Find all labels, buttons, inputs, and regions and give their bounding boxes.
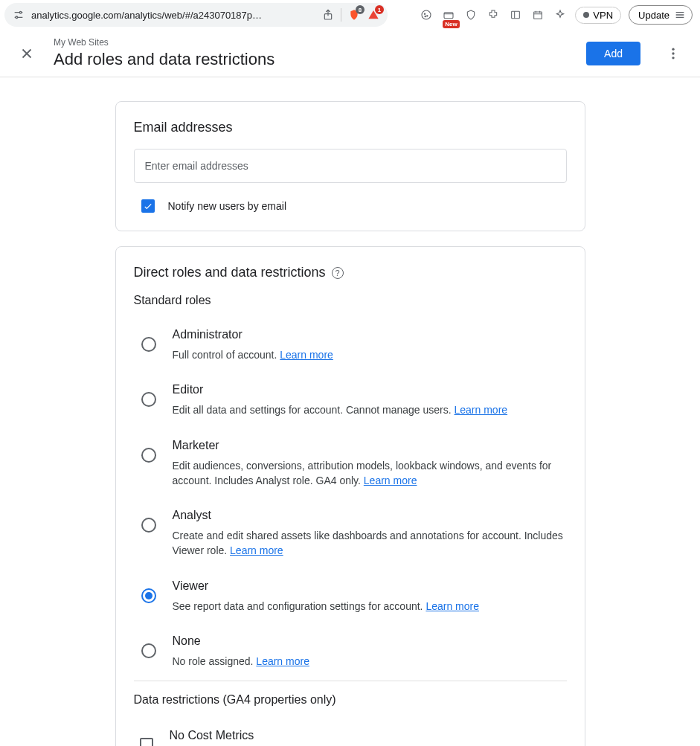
- update-button[interactable]: Update: [629, 5, 693, 25]
- add-button[interactable]: Add: [586, 42, 640, 65]
- role-radio[interactable]: [141, 643, 156, 658]
- role-title: Viewer: [173, 579, 567, 593]
- role-radio[interactable]: [141, 448, 156, 463]
- learn-more-link[interactable]: Learn more: [426, 600, 479, 612]
- role-radio[interactable]: [141, 392, 156, 407]
- svg-point-5: [427, 16, 428, 16]
- update-label: Update: [638, 10, 670, 21]
- notify-checkbox[interactable]: [141, 199, 155, 213]
- restriction-checkbox[interactable]: [140, 738, 153, 746]
- role-radio[interactable]: [141, 518, 156, 533]
- svg-point-1: [16, 16, 18, 19]
- content-area: Email addresses Notify new users by emai…: [0, 77, 700, 746]
- alert-count-badge: 1: [375, 5, 384, 14]
- page-title: Add roles and data restrictions: [54, 49, 574, 70]
- svg-point-11: [672, 48, 674, 50]
- role-row-analyst[interactable]: AnalystCreate and edit shared assets lik…: [134, 500, 567, 570]
- address-bar[interactable]: analytics.google.com/analytics/web/#/a24…: [4, 3, 388, 27]
- cookie-icon[interactable]: [419, 7, 434, 22]
- close-button[interactable]: [12, 39, 42, 68]
- restrictions-list: No Cost MetricsNo access to cost-related…: [134, 718, 567, 746]
- roles-list: AdministratorFull control of account. Le…: [134, 319, 567, 681]
- email-card: Email addresses Notify new users by emai…: [115, 101, 585, 231]
- role-description: No role assigned. Learn more: [173, 654, 567, 669]
- url-text: analytics.google.com/analytics/web/#/a24…: [31, 10, 315, 21]
- header-titles: My Web Sites Add roles and data restrict…: [54, 37, 574, 69]
- restriction-row[interactable]: No Cost MetricsNo access to cost-related…: [134, 718, 567, 746]
- role-title: Editor: [173, 383, 567, 396]
- vpn-status-dot: [583, 12, 589, 18]
- role-description: Edit all data and settings for account. …: [173, 402, 567, 417]
- help-icon[interactable]: ?: [332, 267, 344, 279]
- calendar-icon[interactable]: [530, 7, 545, 22]
- sparkle-icon[interactable]: [553, 7, 568, 22]
- tune-icon[interactable]: [12, 8, 25, 22]
- new-badge: New: [443, 20, 459, 28]
- svg-point-0: [19, 11, 22, 13]
- role-description: Edit audiences, conversions, attribution…: [173, 458, 567, 489]
- svg-rect-8: [512, 11, 520, 18]
- brave-count-badge: 8: [356, 5, 365, 14]
- learn-more-link[interactable]: Learn more: [364, 475, 417, 486]
- alert-triangle-icon[interactable]: 1: [367, 8, 380, 22]
- learn-more-link[interactable]: Learn more: [230, 544, 283, 556]
- role-row-viewer[interactable]: ViewerSee report data and configuration …: [134, 570, 567, 626]
- learn-more-link[interactable]: Learn more: [256, 655, 309, 667]
- role-radio[interactable]: [141, 337, 156, 352]
- learn-more-link[interactable]: Learn more: [455, 404, 508, 416]
- browser-toolbar-right: New VPN Update: [419, 5, 696, 25]
- role-title: Marketer: [173, 439, 567, 452]
- svg-point-6: [425, 16, 426, 16]
- vpn-button[interactable]: VPN: [575, 7, 621, 24]
- page-header: My Web Sites Add roles and data restrict…: [0, 30, 700, 77]
- separator: [341, 8, 341, 22]
- restriction-title: No Cost Metrics: [170, 729, 567, 742]
- hamburger-icon: [674, 9, 686, 21]
- role-row-editor[interactable]: EditorEdit all data and settings for acc…: [134, 374, 567, 429]
- svg-point-4: [425, 13, 426, 14]
- roles-heading: Direct roles and data restrictions ?: [134, 265, 567, 280]
- brave-shield-icon[interactable]: 8: [347, 8, 361, 22]
- role-title: Analyst: [173, 509, 567, 522]
- vpn-label: VPN: [593, 10, 613, 21]
- notify-label: Notify new users by email: [168, 200, 287, 212]
- restrictions-heading: Data restrictions (GA4 properties only): [134, 693, 567, 707]
- role-radio[interactable]: [141, 588, 156, 603]
- share-icon[interactable]: [321, 8, 335, 22]
- role-row-administrator[interactable]: AdministratorFull control of account. Le…: [134, 319, 567, 374]
- sidebar-toggle-icon[interactable]: [508, 7, 523, 22]
- more-options-button[interactable]: [658, 39, 688, 68]
- role-description: See report data and configuration settin…: [173, 599, 567, 614]
- role-title: Administrator: [173, 328, 567, 341]
- role-row-marketer[interactable]: MarketerEdit audiences, conversions, att…: [134, 430, 567, 501]
- role-description: Full control of account. Learn more: [173, 347, 567, 362]
- browser-chrome: analytics.google.com/analytics/web/#/a24…: [0, 0, 700, 30]
- email-heading: Email addresses: [134, 120, 567, 135]
- svg-point-3: [422, 10, 431, 19]
- email-input[interactable]: [134, 149, 567, 183]
- wallet-icon[interactable]: New: [441, 7, 456, 22]
- svg-point-12: [672, 52, 674, 54]
- svg-point-13: [672, 57, 674, 59]
- header-subtitle: My Web Sites: [54, 37, 574, 49]
- role-title: None: [173, 634, 567, 648]
- svg-rect-10: [534, 12, 542, 19]
- extensions-icon[interactable]: [486, 7, 501, 22]
- role-row-none[interactable]: NoneNo role assigned. Learn more: [134, 626, 567, 681]
- standard-roles-heading: Standard roles: [134, 294, 567, 307]
- roles-card: Direct roles and data restrictions ? Sta…: [115, 246, 585, 746]
- notify-checkbox-row[interactable]: Notify new users by email: [134, 196, 567, 213]
- shield-outline-icon[interactable]: [463, 7, 478, 22]
- learn-more-link[interactable]: Learn more: [280, 349, 333, 361]
- role-description: Create and edit shared assets like dashb…: [173, 528, 567, 559]
- svg-rect-7: [444, 13, 453, 19]
